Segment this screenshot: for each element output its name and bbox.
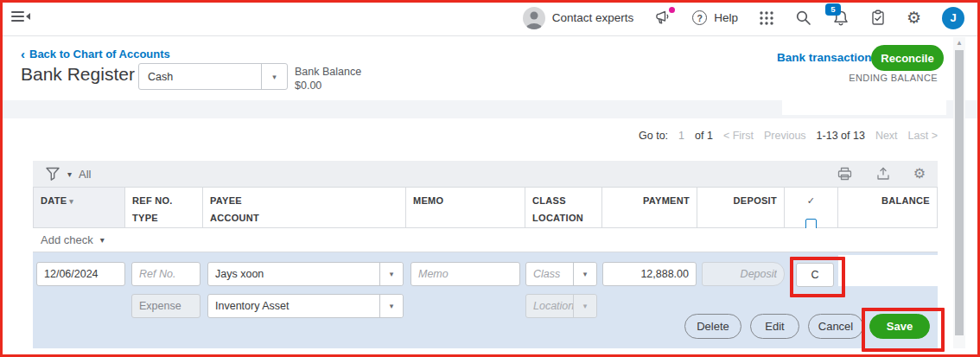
export-button[interactable] <box>875 166 891 182</box>
hamburger-icon <box>11 11 24 22</box>
column-header-payment: PAYMENT <box>602 188 697 227</box>
chevron-down-icon[interactable]: ▾ <box>379 295 403 317</box>
caret-down-icon: ▾ <box>100 235 105 245</box>
bank-balance: Bank Balance $0.00 <box>295 65 361 92</box>
save-button[interactable]: Save <box>869 314 930 339</box>
filter-label: All <box>79 168 91 181</box>
filter-bar: ▾ All ⚙ <box>33 161 938 187</box>
column-header-memo: MEMO <box>406 188 525 227</box>
top-navigation-bar: Contact experts ? Help <box>0 0 980 36</box>
notification-count-badge: 5 <box>825 3 841 16</box>
register-table-header: DATE▾ REF NO. TYPE PAYEE ACCOUNT MEMO CL… <box>33 187 938 228</box>
apps-grid-button[interactable] <box>759 10 774 26</box>
user-avatar: J <box>942 7 964 29</box>
account-select-value: Cash <box>139 64 261 89</box>
balance-cell <box>838 255 938 286</box>
ending-balance-label: ENDING BALANCE <box>765 73 938 83</box>
filter-button[interactable]: ▾ All <box>45 167 91 182</box>
deposit-input[interactable] <box>702 262 785 286</box>
page-number-input[interactable]: 1 <box>678 130 684 142</box>
row-range-label: 1-13 of 13 <box>817 130 865 142</box>
sort-caret-icon: ▾ <box>69 197 73 206</box>
delete-button[interactable]: Delete <box>684 314 741 339</box>
ref-no-input[interactable] <box>131 262 200 286</box>
contact-experts-label: Contact experts <box>552 11 634 24</box>
sidebar-toggle-button[interactable] <box>11 11 30 22</box>
column-header-balance: BALANCE <box>838 188 938 227</box>
column-header-class-location: CLASS LOCATION <box>525 188 602 227</box>
contact-experts-button[interactable]: Contact experts <box>523 7 634 29</box>
collapse-arrow-icon <box>26 13 30 20</box>
payment-input[interactable] <box>602 262 697 286</box>
location-placeholder: Location <box>526 295 573 317</box>
first-page-link[interactable]: < First <box>723 130 754 142</box>
column-header-deposit: DEPOSIT <box>697 188 785 227</box>
pagination: Go to: 1 of 1 < First Previous 1-13 of 1… <box>639 130 938 142</box>
reconcile-status-select[interactable]: C <box>796 263 834 287</box>
announcements-button[interactable] <box>654 10 671 26</box>
back-link-label: Back to Chart of Accounts <box>29 48 170 61</box>
cancel-button[interactable]: Cancel <box>808 314 863 339</box>
grid-icon <box>759 10 774 26</box>
chevron-down-icon[interactable]: ▾ <box>573 263 596 285</box>
column-header-payee-account: PAYEE ACCOUNT <box>203 188 406 227</box>
clipboard-icon <box>870 10 886 26</box>
previous-page-link[interactable]: Previous <box>764 130 806 142</box>
ending-balance-value-box <box>782 84 946 115</box>
page-count-label: of 1 <box>695 130 713 142</box>
funnel-icon <box>45 167 60 182</box>
transaction-type-field: Expense <box>131 294 200 318</box>
user-menu-button[interactable]: J <box>942 7 964 29</box>
bank-balance-value: $0.00 <box>295 79 361 92</box>
class-combobox[interactable]: Class ▾ <box>525 262 597 286</box>
add-transaction-row[interactable]: Add check ▾ <box>33 228 938 252</box>
payee-combobox[interactable]: Jays xoon ▾ <box>207 262 404 286</box>
column-header-reconcile-status: ✓ <box>785 188 838 227</box>
bank-balance-label: Bank Balance <box>295 65 361 79</box>
date-input[interactable] <box>36 262 125 286</box>
chevron-down-icon[interactable]: ▾ <box>261 64 287 89</box>
account-combobox[interactable]: Inventory Asset ▾ <box>207 294 404 318</box>
settings-button[interactable]: ⚙ <box>907 10 921 26</box>
chevron-down-icon[interactable]: ▾ <box>379 263 403 285</box>
tasks-button[interactable] <box>870 10 886 26</box>
next-page-link[interactable]: Next <box>875 130 898 142</box>
location-combobox[interactable]: Location ▾ <box>525 294 597 318</box>
column-header-ref-type: REF NO. TYPE <box>125 188 203 227</box>
memo-input[interactable] <box>410 262 520 286</box>
account-value: Inventory Asset <box>208 295 379 317</box>
class-placeholder: Class <box>526 263 573 285</box>
column-header-date[interactable]: DATE▾ <box>33 188 125 227</box>
bank-transactions-link[interactable]: Bank transactions <box>777 51 878 64</box>
notification-dot <box>669 7 675 13</box>
expert-avatar <box>523 7 545 29</box>
page-title: Bank Register <box>21 64 135 85</box>
help-label: Help <box>714 11 738 24</box>
notifications-button[interactable]: 5 <box>832 10 850 27</box>
help-icon: ? <box>692 10 707 25</box>
search-icon <box>795 10 811 26</box>
print-button[interactable] <box>837 166 853 182</box>
scroll-up-arrow[interactable]: ▲ <box>953 40 965 47</box>
payee-value: Jays xoon <box>208 263 379 285</box>
megaphone-icon <box>654 10 671 26</box>
back-to-chart-of-accounts-link[interactable]: ‹ Back to Chart of Accounts <box>21 48 170 61</box>
help-button[interactable]: ? Help <box>692 10 738 25</box>
caret-down-icon: ▾ <box>67 169 72 179</box>
bell-icon: 5 <box>832 10 850 27</box>
account-select[interactable]: Cash ▾ <box>138 63 288 90</box>
last-page-link[interactable]: Last > <box>908 130 938 142</box>
vertical-scrollbar-thumb[interactable] <box>955 50 964 335</box>
goto-label: Go to: <box>639 130 668 142</box>
reconcile-button[interactable]: Reconcile <box>871 45 944 71</box>
table-settings-button[interactable]: ⚙ <box>913 167 926 181</box>
chevron-left-icon: ‹ <box>21 48 25 60</box>
add-check-label: Add check <box>41 233 93 246</box>
edit-button[interactable]: Edit <box>750 314 799 339</box>
bank-register-screen: Contact experts ? Help <box>0 0 980 357</box>
check-icon: ✓ <box>807 195 816 206</box>
chevron-down-icon[interactable]: ▾ <box>573 295 596 317</box>
search-button[interactable] <box>795 10 811 26</box>
gear-icon: ⚙ <box>907 10 921 26</box>
